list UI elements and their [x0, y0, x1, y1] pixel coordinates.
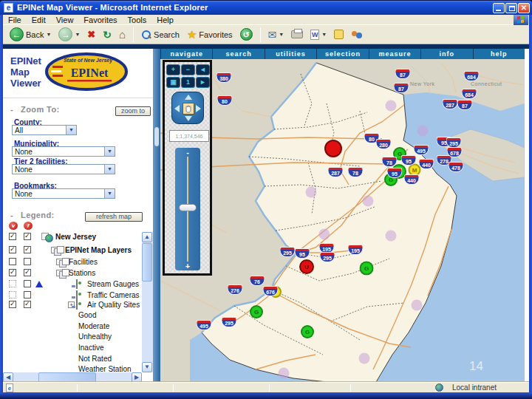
tab-search[interactable]: search [212, 49, 264, 59]
next-extent-button[interactable]: ► [196, 77, 210, 88]
search-button[interactable]: Search [139, 29, 182, 41]
chevron-down-icon[interactable]: ▼ [66, 126, 76, 134]
pan-north-icon[interactable] [185, 95, 192, 100]
menu-tools[interactable]: Tools [123, 15, 152, 25]
info-checkbox[interactable] [24, 233, 31, 240]
maximize-button[interactable] [505, 3, 517, 13]
select-bookmarks[interactable]: None▼ [12, 188, 115, 199]
previous-extent-button[interactable]: ◄ [196, 64, 210, 75]
minimize-button[interactable] [493, 3, 505, 13]
menu-view[interactable]: View [51, 15, 79, 25]
traffic-camera-marker[interactable] [279, 368, 290, 379]
info-checkbox[interactable] [24, 280, 31, 287]
visible-checkbox[interactable] [9, 246, 16, 253]
visible-checkbox[interactable] [9, 269, 16, 276]
air-quality-site-marker-unhealthy[interactable]: U [299, 259, 314, 274]
sidebar-splitter[interactable] [153, 49, 160, 382]
air-quality-site-marker-unhealthy[interactable] [324, 140, 342, 157]
pan-south-icon[interactable] [185, 116, 192, 121]
print-button[interactable] [289, 30, 305, 39]
tab-selection[interactable]: selection [316, 49, 368, 59]
collapse-zoom-to-icon[interactable]: - [10, 105, 13, 114]
select-tierfacilities[interactable]: None▼ [12, 164, 115, 174]
stop-button[interactable]: ✖ [85, 28, 98, 41]
refresh-map-button[interactable]: refresh map [85, 212, 143, 222]
map-place-label: Connecticut [471, 81, 502, 86]
legend-vertical-scrollbar[interactable]: ▲ ▼ [142, 232, 153, 372]
favorites-button[interactable]: ★ Favorites [185, 27, 235, 42]
splitter-handle[interactable] [154, 126, 160, 147]
forward-dropdown-icon[interactable]: ▼ [75, 32, 80, 37]
back-button[interactable]: ← Back▼ [7, 27, 53, 42]
traffic-camera-marker[interactable] [412, 300, 423, 311]
select-municipality[interactable]: None▼ [12, 146, 115, 157]
zoom-out-button[interactable]: − [181, 64, 195, 75]
forward-button[interactable]: → ▼ [56, 27, 82, 42]
menu-favorites[interactable]: Favorites [78, 15, 122, 25]
visible-checkbox[interactable] [9, 280, 16, 287]
zoom-slider-thumb[interactable] [179, 204, 197, 211]
home-button[interactable]: ⌂ [117, 27, 128, 41]
scroll-up-icon[interactable]: ▲ [142, 232, 152, 242]
pan-hand-icon[interactable] [183, 103, 194, 115]
visible-checkbox[interactable] [9, 301, 16, 308]
zoom-in-button[interactable]: + [166, 64, 180, 75]
scroll-left-icon[interactable]: ◀ [3, 372, 13, 382]
menu-edit[interactable]: Edit [27, 15, 51, 25]
pan-east-icon[interactable] [196, 105, 201, 112]
initial-extent-button[interactable]: 1 [181, 77, 195, 88]
air-quality-site-marker-good[interactable]: G [360, 262, 374, 276]
close-button[interactable]: ✕ [518, 3, 530, 13]
pan-west-icon[interactable] [174, 105, 180, 112]
menu-help[interactable]: Help [151, 15, 179, 25]
traffic-camera-marker[interactable] [363, 196, 374, 207]
collapse-legend-icon[interactable]: - [10, 211, 13, 219]
chevron-down-icon[interactable]: ▼ [104, 189, 115, 198]
traffic-camera-marker[interactable] [386, 100, 397, 112]
traffic-camera-marker[interactable] [319, 229, 330, 240]
zoom-slider[interactable]: - + [175, 148, 200, 270]
mail-button[interactable]: ✉▼ [266, 28, 287, 41]
traffic-camera-marker[interactable] [417, 126, 429, 137]
visible-checkbox[interactable] [9, 258, 16, 265]
select-county[interactable]: All▼ [12, 125, 77, 135]
back-dropdown-icon[interactable]: ▼ [46, 32, 51, 37]
tab-utilities[interactable]: utilities [265, 49, 316, 59]
info-checkbox[interactable] [24, 246, 31, 253]
tab-measure[interactable]: measure [369, 49, 420, 59]
menu-file[interactable]: File [3, 15, 27, 25]
air-quality-site-marker-good[interactable]: G [301, 325, 314, 338]
horizontal-scroll-thumb[interactable] [38, 372, 96, 382]
traffic-camera-marker[interactable] [386, 231, 397, 242]
select-value: None [15, 148, 33, 156]
zoom-to-button[interactable]: zoom to [115, 106, 151, 116]
map-canvas[interactable]: GGGMUGGG38080878768468428787802809529549… [160, 59, 525, 382]
discuss-button[interactable] [332, 29, 346, 40]
vertical-scroll-thumb[interactable] [142, 243, 152, 282]
air-quality-site-marker-good[interactable]: G [250, 305, 263, 318]
legend-horizontal-scrollbar[interactable]: ◀ ▶ [3, 372, 142, 382]
visible-checkbox[interactable] [9, 291, 16, 299]
discuss-icon [334, 30, 344, 39]
chevron-down-icon[interactable]: ▼ [104, 147, 115, 156]
tab-navigate[interactable]: navigate [160, 49, 212, 59]
traffic-camera-marker[interactable] [306, 187, 317, 198]
scroll-right-icon[interactable]: ▶ [132, 372, 142, 382]
shield-number: 95 [295, 251, 310, 259]
tab-help[interactable]: help [473, 49, 525, 59]
info-checkbox[interactable] [24, 269, 31, 276]
info-checkbox[interactable] [24, 291, 31, 299]
pan-control[interactable] [171, 92, 204, 124]
chevron-down-icon[interactable]: ▼ [104, 165, 115, 174]
traffic-camera-marker[interactable] [359, 353, 370, 364]
messenger-button[interactable] [349, 29, 365, 41]
info-checkbox[interactable] [24, 301, 31, 308]
tab-info[interactable]: info [420, 49, 472, 59]
visible-checkbox[interactable] [9, 233, 16, 240]
refresh-button[interactable]: ↻ [100, 28, 114, 41]
full-extent-button[interactable]: ▣ [166, 77, 180, 88]
info-checkbox[interactable] [24, 258, 31, 265]
edit-button[interactable]: W▼ [308, 29, 329, 41]
scroll-down-icon[interactable]: ▼ [142, 362, 152, 372]
history-button[interactable]: ↺ [238, 27, 255, 41]
